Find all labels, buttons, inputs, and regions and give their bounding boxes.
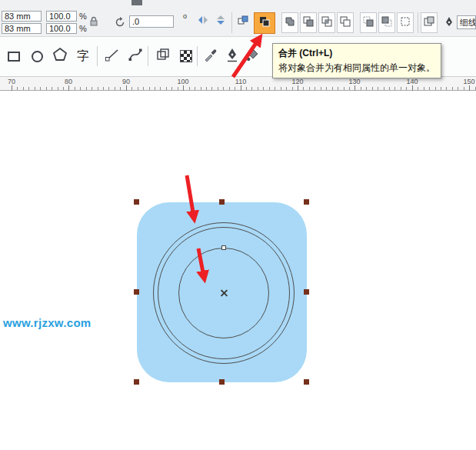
ruler-major-tick [241,85,241,91]
cropped-toolbar-icon [131,0,142,5]
weld-button[interactable] [281,12,298,33]
rotate-icon [114,16,126,28]
selection-handle-middle-right[interactable] [304,289,309,295]
ruler-major-tick [68,85,69,91]
tooltip-description: 将对象合并为有相同属性的单一对象。 [278,62,435,75]
rectangle-icon [8,52,20,62]
intersect-button[interactable] [318,12,335,33]
combine-button[interactable] [254,12,275,34]
front-minus-back-button[interactable] [360,12,377,33]
pattern-fill-tool[interactable] [175,45,197,68]
checkerboard-icon [180,50,192,62]
tooltip-title: 合并 (Ctrl+L) [278,47,435,60]
ruler-label: 80 [60,78,77,85]
selection-handle-bottom-left[interactable] [134,379,139,385]
outline-pen-tool[interactable] [221,45,243,68]
combine-icon [258,15,271,31]
property-bar: 83 mm 83 mm 100.0 % 100.0 % .0 o [0,0,476,37]
object-width-field[interactable]: 83 mm [2,11,42,22]
outline-pen-tool-icon [225,47,240,65]
toolbox-separator [97,46,98,66]
front-minus-back-icon [362,15,374,31]
ellipse-tool[interactable] [26,45,48,68]
ruler-major-tick [469,85,470,91]
contour-icon [155,47,171,65]
ruler-major-tick [183,85,184,91]
create-boundary-button[interactable] [397,12,414,33]
eyedropper-icon [203,47,218,65]
eyedropper-tool[interactable] [200,45,221,68]
selection-handle-top-left[interactable] [134,199,139,205]
selection-handle-bottom-right[interactable] [304,379,309,385]
watermark: www.rjzxw.com [3,316,91,329]
degree-symbol: o [183,12,187,20]
selection-handle-top-right[interactable] [304,199,309,205]
object-height-field[interactable]: 83 mm [2,23,42,34]
weld-icon [284,15,296,31]
fill-bucket-icon [245,47,260,65]
mirror-vertical-icon [215,14,227,29]
bezier-tool[interactable] [125,45,146,68]
text-tool[interactable]: 字 [72,45,94,68]
group-objects-icon [237,14,249,29]
bezier-icon [128,47,143,65]
mirror-horizontal-button[interactable] [195,14,211,29]
scale-h-field[interactable]: 100.0 [46,11,77,22]
scale-v-field[interactable]: 100.0 [46,23,77,34]
shaping-extra-icon [423,15,435,31]
ruler-label: 90 [118,78,135,85]
polygon-tool[interactable] [49,45,71,68]
ruler-major-tick [355,85,355,91]
ruler-label: 150 [461,78,476,85]
ruler-label: 100 [175,78,191,85]
app-window: 83 mm 83 mm 100.0 % 100.0 % .0 o [0,0,476,450]
intersect-icon [321,15,333,31]
ellipse-icon [32,51,43,62]
lock-ratio-button[interactable] [86,12,102,33]
trim-icon [302,15,315,31]
ruler-major-tick [298,85,298,91]
ruler-major-tick [12,85,12,91]
fill-tool[interactable] [241,45,263,68]
simplify-icon [339,15,351,31]
freehand-tool[interactable] [102,45,123,68]
ruler-label: 70 [3,78,20,85]
outline-pen-icon [443,15,455,28]
ruler-label: 130 [346,78,363,85]
shaping-extra-button[interactable] [421,12,438,33]
ruler-label: 120 [289,78,306,85]
rotation-angle-field[interactable]: .0 [129,15,174,28]
selection-handle-middle-left[interactable] [134,289,139,295]
mirror-vertical-button[interactable] [213,14,228,29]
ruler-major-tick [126,85,127,91]
selection-handle-top-middle[interactable] [219,199,225,205]
horizontal-ruler[interactable]: 70 80 90 100 110 120 130 140 150 [0,77,476,91]
toolbox-separator [148,46,148,66]
text-tool-icon: 字 [77,48,89,65]
outline-width-select[interactable]: 细线 [457,15,476,29]
trim-button[interactable] [300,12,317,33]
drawing-canvas[interactable]: www.rjzxw.com [0,91,476,450]
toolbar-separator [231,12,232,33]
toolbox-separator [197,46,198,66]
toolbar-separator [418,12,418,33]
curve-node[interactable] [221,245,226,250]
simplify-button[interactable] [337,12,354,33]
rectangle-tool[interactable] [3,45,25,68]
contour-tool[interactable] [152,45,174,68]
polygon-icon [52,47,68,65]
ruler-major-tick [412,85,413,91]
back-minus-front-button[interactable] [378,12,395,33]
mirror-horizontal-icon [197,14,209,29]
ruler-label: 110 [232,78,249,85]
create-boundary-icon [399,15,411,31]
freehand-icon [105,47,120,65]
group-objects-button[interactable] [235,14,251,29]
lock-icon [88,15,100,31]
back-minus-front-icon [381,15,393,31]
selection-handle-bottom-middle[interactable] [219,379,225,385]
combine-tooltip: 合并 (Ctrl+L) 将对象合并为有相同属性的单一对象。 [272,43,441,78]
ruler-label: 140 [404,78,421,85]
